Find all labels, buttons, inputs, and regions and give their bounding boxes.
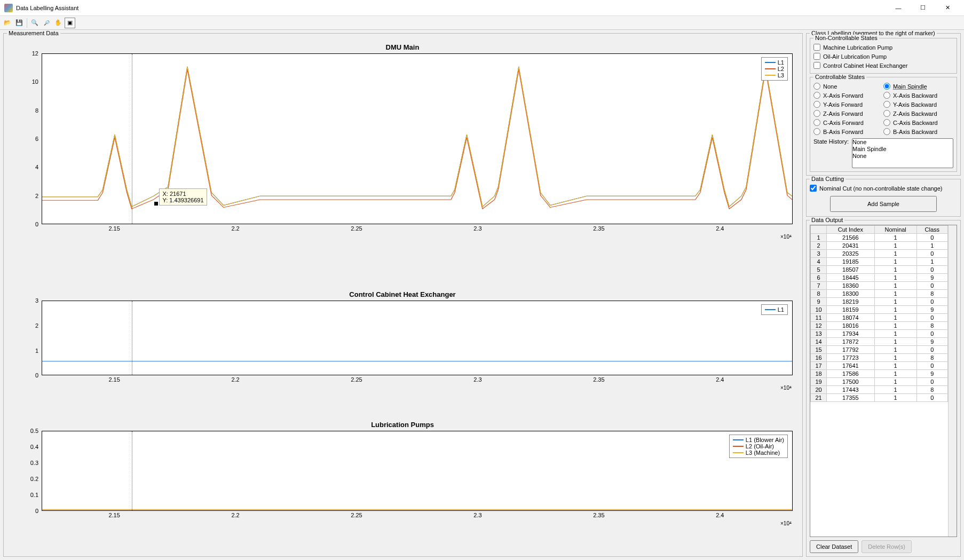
x-ticks: 2.152.22.252.32.352.4 bbox=[42, 511, 793, 520]
ctrl-radio-main spindle[interactable] bbox=[883, 83, 890, 90]
ctrl-radio-x-axis forward[interactable] bbox=[813, 92, 820, 99]
nc-checkbox-1[interactable] bbox=[813, 53, 820, 60]
col-header: Class bbox=[916, 226, 947, 234]
table-row[interactable]: 51850710 bbox=[811, 266, 948, 274]
marker-line[interactable] bbox=[132, 431, 132, 510]
table-row[interactable]: 91821910 bbox=[811, 298, 948, 306]
table-row[interactable]: 161772318 bbox=[811, 354, 948, 362]
maximize-button[interactable]: ☐ bbox=[911, 0, 935, 16]
ctrl-radio-none[interactable] bbox=[813, 83, 820, 90]
ctrl-radio-z-axis forward[interactable] bbox=[813, 110, 820, 117]
minimize-button[interactable]: — bbox=[886, 0, 911, 16]
table-row[interactable]: 201744318 bbox=[811, 386, 948, 394]
nc-checkbox-0[interactable] bbox=[813, 44, 820, 51]
zoom-out-icon[interactable]: 🔎 bbox=[41, 18, 52, 28]
marker-line[interactable] bbox=[132, 301, 132, 375]
table-row[interactable]: 12156610 bbox=[811, 234, 948, 242]
non-controllable-title: Non-Controllable States bbox=[813, 35, 879, 41]
datatip-x: X: 21671 bbox=[162, 191, 203, 197]
nc-checkbox-2[interactable] bbox=[813, 62, 820, 69]
plot-axes-1[interactable]: L1 bbox=[42, 301, 793, 375]
x-exponent: ×10⁴ bbox=[12, 520, 793, 528]
x-ticks: 2.152.22.252.32.352.4 bbox=[42, 375, 793, 385]
table-row[interactable]: 171764110 bbox=[811, 362, 948, 370]
datatip-y: Y: 1.439326691 bbox=[162, 197, 203, 203]
x-exponent: ×10⁴ bbox=[12, 234, 793, 241]
ctrl-label: X-Axis Forward bbox=[823, 92, 863, 99]
zoom-in-icon[interactable]: 🔍 bbox=[29, 18, 40, 28]
chart-legend-2[interactable]: L1 (Blower Air)L2 (Oil-Air)L3 (Machine) bbox=[729, 435, 788, 458]
table-row[interactable]: 131793410 bbox=[811, 330, 948, 338]
ctrl-radio-c-axis backward[interactable] bbox=[883, 119, 890, 126]
plot-title-0: DMU Main bbox=[12, 42, 793, 53]
ctrl-radio-b-axis forward[interactable] bbox=[813, 128, 820, 135]
ctrl-label: Y-Axis Backward bbox=[893, 101, 937, 108]
plot-title-2: Lubrication Pumps bbox=[12, 420, 793, 431]
ctrl-radio-b-axis backward[interactable] bbox=[883, 128, 890, 135]
nominal-cut-checkbox[interactable] bbox=[810, 185, 817, 192]
data-output-panel: Data Output Cut IndexNominalClass 121566… bbox=[806, 220, 961, 557]
marker-line[interactable] bbox=[132, 54, 132, 224]
state-history-list[interactable]: NoneMain SpindleNone bbox=[852, 138, 953, 168]
state-history-label: State History: bbox=[813, 138, 849, 145]
data-cutting-panel: Data Cutting Nominal Cut (no non-control… bbox=[806, 179, 961, 217]
measurement-data-title: Measurement Data bbox=[7, 30, 60, 36]
add-sample-button[interactable]: Add Sample bbox=[830, 196, 937, 212]
save-icon[interactable]: 💾 bbox=[14, 18, 25, 28]
ctrl-radio-c-axis forward[interactable] bbox=[813, 119, 820, 126]
nc-label-0: Machine Lubrication Pump bbox=[823, 44, 892, 51]
x-exponent: ×10⁴ bbox=[12, 385, 793, 392]
table-row[interactable]: 181758619 bbox=[811, 370, 948, 378]
table-row[interactable]: 151779210 bbox=[811, 346, 948, 354]
class-labelling-panel: Class Labelling (segment to the right of… bbox=[806, 33, 961, 176]
chart-legend-0[interactable]: L1L2L3 bbox=[761, 57, 788, 81]
ctrl-label: Main Spindle bbox=[893, 83, 927, 90]
col-header: Cut Index bbox=[827, 226, 875, 234]
datatip[interactable]: X: 21671 Y: 1.439326691 bbox=[159, 188, 207, 206]
ctrl-label: Z-Axis Backward bbox=[893, 111, 937, 117]
figure-toolbar: 📂 💾 🔍 🔎 ✋ ▣ bbox=[0, 16, 964, 30]
table-row[interactable]: 111807410 bbox=[811, 314, 948, 322]
table-row[interactable]: 41918511 bbox=[811, 258, 948, 266]
table-row[interactable]: 141787219 bbox=[811, 338, 948, 346]
y-ticks: 024681012 bbox=[20, 53, 41, 224]
table-row[interactable]: 211735510 bbox=[811, 394, 948, 402]
pan-icon[interactable]: ✋ bbox=[53, 18, 64, 28]
table-row[interactable]: 191750010 bbox=[811, 378, 948, 386]
datatip-marker[interactable] bbox=[154, 202, 158, 206]
ctrl-label: C-Axis Backward bbox=[893, 120, 938, 126]
close-button[interactable]: ✕ bbox=[935, 0, 960, 16]
table-row[interactable]: 22043111 bbox=[811, 242, 948, 250]
table-scrollbar[interactable] bbox=[948, 225, 957, 537]
ctrl-label: None bbox=[823, 83, 837, 90]
y-ticks: 0123 bbox=[20, 301, 41, 375]
delete-rows-button[interactable]: Delete Row(s) bbox=[862, 540, 912, 553]
ctrl-label: C-Axis Forward bbox=[823, 120, 864, 126]
ctrl-label: B-Axis Forward bbox=[823, 129, 863, 135]
ctrl-label: Y-Axis Forward bbox=[823, 101, 863, 108]
table-row[interactable]: 121801618 bbox=[811, 322, 948, 330]
output-table[interactable]: Cut IndexNominalClass 121566102204311132… bbox=[810, 225, 948, 402]
table-row[interactable]: 71836010 bbox=[811, 282, 948, 290]
ctrl-radio-x-axis backward[interactable] bbox=[883, 92, 890, 99]
open-icon[interactable]: 📂 bbox=[2, 18, 13, 28]
data-output-title: Data Output bbox=[810, 217, 844, 223]
measurement-data-panel: Measurement Data DMU Main 024681012 L1L2… bbox=[3, 33, 803, 557]
plot-axes-0[interactable]: L1L2L3 X: 21671 Y: 1.439326691 bbox=[42, 53, 793, 224]
chart-legend-1[interactable]: L1 bbox=[761, 304, 788, 315]
data-cutting-title: Data Cutting bbox=[810, 176, 846, 182]
table-row[interactable]: 101815919 bbox=[811, 306, 948, 314]
ctrl-radio-y-axis forward[interactable] bbox=[813, 101, 820, 108]
ctrl-label: X-Axis Backward bbox=[893, 92, 937, 99]
clear-dataset-button[interactable]: Clear Dataset bbox=[810, 540, 858, 553]
ctrl-radio-y-axis backward[interactable] bbox=[883, 101, 890, 108]
table-row[interactable]: 32032510 bbox=[811, 250, 948, 258]
data-cursor-icon[interactable]: ▣ bbox=[65, 18, 75, 28]
table-row[interactable]: 61844519 bbox=[811, 274, 948, 282]
ctrl-radio-z-axis backward[interactable] bbox=[883, 110, 890, 117]
nc-label-1: Oil-Air Lubrication Pump bbox=[823, 53, 887, 60]
ctrl-label: B-Axis Backward bbox=[893, 129, 937, 135]
table-row[interactable]: 81830018 bbox=[811, 290, 948, 298]
plot-axes-2[interactable]: L1 (Blower Air)L2 (Oil-Air)L3 (Machine) bbox=[42, 431, 793, 511]
controllable-group: Controllable States NoneX-Axis ForwardY-… bbox=[810, 77, 957, 172]
